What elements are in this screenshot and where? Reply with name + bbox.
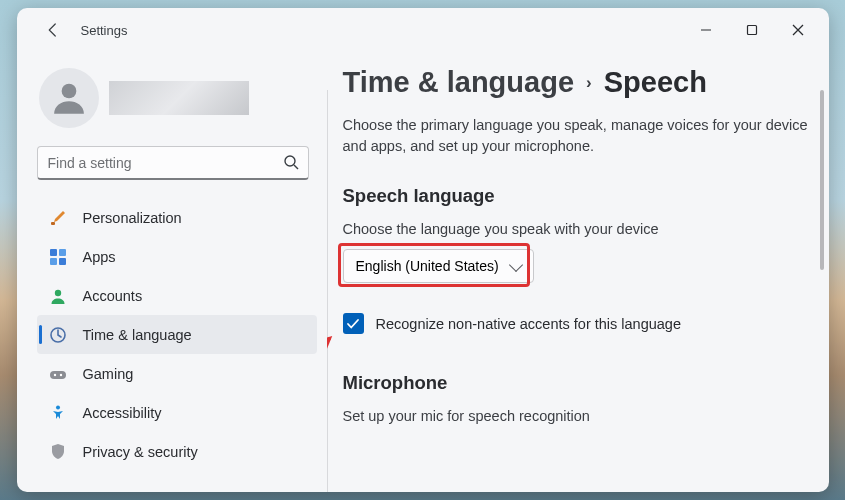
sidebar-item-label: Personalization	[83, 210, 182, 226]
svg-point-2	[61, 84, 76, 99]
breadcrumb: Time & language › Speech	[343, 66, 809, 99]
person-icon	[49, 287, 67, 305]
sidebar-item-label: Privacy & security	[83, 444, 198, 460]
svg-rect-12	[50, 371, 66, 379]
close-button[interactable]	[775, 14, 821, 46]
arrow-left-icon	[44, 21, 62, 39]
breadcrumb-current: Speech	[604, 66, 707, 99]
scrollbar-thumb[interactable]	[820, 90, 824, 270]
close-icon	[792, 24, 804, 36]
sidebar-item-personalization[interactable]: Personalization	[37, 198, 317, 237]
search-input[interactable]	[37, 146, 309, 180]
svg-point-13	[53, 373, 55, 375]
sidebar-item-accounts[interactable]: Accounts	[37, 276, 317, 315]
svg-rect-6	[50, 249, 57, 256]
svg-rect-5	[51, 222, 55, 225]
sidebar-item-label: Time & language	[83, 327, 192, 343]
speech-language-dropdown[interactable]: English (United States)	[343, 249, 534, 283]
profile-block[interactable]	[37, 62, 317, 146]
app-title: Settings	[81, 23, 128, 38]
sidebar-item-label: Apps	[83, 249, 116, 265]
sidebar-item-apps[interactable]: Apps	[37, 237, 317, 276]
microphone-sub: Set up your mic for speech recognition	[343, 408, 809, 424]
page-description: Choose the primary language you speak, m…	[343, 115, 809, 157]
svg-rect-1	[747, 26, 756, 35]
speech-language-dropdown-wrap: English (United States)	[343, 249, 534, 283]
accent-checkbox-label: Recognize non-native accents for this la…	[376, 316, 682, 332]
vertical-divider	[327, 90, 328, 492]
avatar	[39, 68, 99, 128]
checkmark-icon	[346, 317, 360, 331]
accent-checkbox[interactable]	[343, 313, 364, 334]
shield-icon	[49, 443, 67, 461]
svg-point-10	[54, 289, 60, 295]
accessibility-icon	[49, 404, 67, 422]
back-button[interactable]	[37, 14, 69, 46]
maximize-button[interactable]	[729, 14, 775, 46]
window-controls	[683, 14, 821, 46]
svg-point-14	[59, 373, 61, 375]
titlebar: Settings	[17, 8, 829, 52]
svg-line-4	[294, 165, 298, 169]
nav-list: Personalization Apps Accounts Time & lan…	[37, 198, 317, 471]
person-icon	[48, 77, 90, 119]
sidebar: Personalization Apps Accounts Time & lan…	[17, 52, 327, 492]
svg-point-3	[285, 156, 295, 166]
search-icon	[283, 154, 299, 170]
speech-language-sub: Choose the language you speak with your …	[343, 221, 809, 237]
svg-rect-9	[59, 258, 66, 265]
body-area: Personalization Apps Accounts Time & lan…	[17, 52, 829, 492]
maximize-icon	[746, 24, 758, 36]
minimize-icon	[700, 24, 712, 36]
breadcrumb-parent[interactable]: Time & language	[343, 66, 575, 99]
svg-point-15	[56, 405, 60, 409]
speech-language-heading: Speech language	[343, 185, 809, 207]
chevron-right-icon: ›	[586, 73, 592, 93]
sidebar-item-label: Accounts	[83, 288, 143, 304]
dropdown-selected-value: English (United States)	[356, 258, 499, 274]
globe-clock-icon	[49, 326, 67, 344]
settings-window: Settings	[17, 8, 829, 492]
apps-icon	[49, 248, 67, 266]
annotation-red-arrow	[327, 324, 344, 414]
minimize-button[interactable]	[683, 14, 729, 46]
content-pane: Time & language › Speech Choose the prim…	[327, 52, 829, 492]
sidebar-item-gaming[interactable]: Gaming	[37, 354, 317, 393]
search-wrap	[37, 146, 309, 180]
profile-name-placeholder	[109, 81, 249, 115]
sidebar-item-label: Accessibility	[83, 405, 162, 421]
brush-icon	[49, 209, 67, 227]
accent-checkbox-row: Recognize non-native accents for this la…	[343, 313, 809, 334]
gamepad-icon	[49, 365, 67, 383]
sidebar-item-time-language[interactable]: Time & language	[37, 315, 317, 354]
svg-rect-8	[50, 258, 57, 265]
sidebar-item-label: Gaming	[83, 366, 134, 382]
microphone-heading: Microphone	[343, 372, 809, 394]
svg-rect-7	[59, 249, 66, 256]
sidebar-item-accessibility[interactable]: Accessibility	[37, 393, 317, 432]
sidebar-item-privacy-security[interactable]: Privacy & security	[37, 432, 317, 471]
